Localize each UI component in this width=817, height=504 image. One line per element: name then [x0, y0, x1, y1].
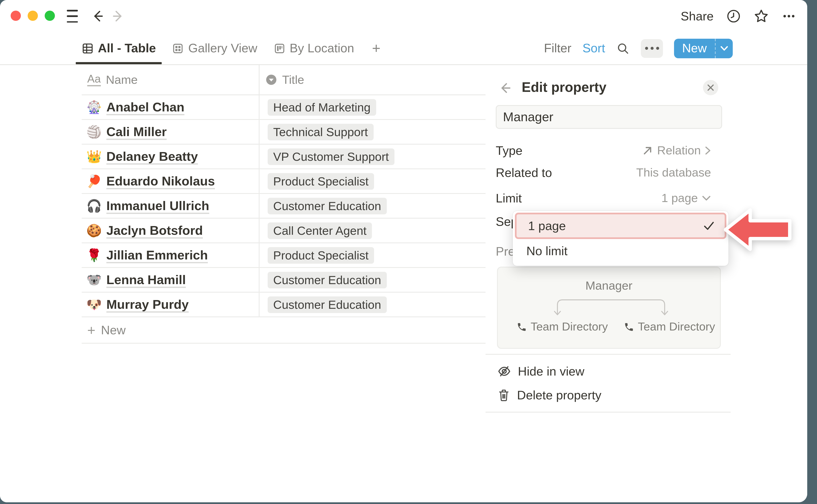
name-cell[interactable]: 🏐 Cali Miller — [82, 120, 259, 144]
name-cell[interactable]: 🎧 Immanuel Ullrich — [82, 194, 259, 218]
preview-child-label: Team Directory — [531, 320, 608, 333]
window-zoom-button[interactable] — [45, 11, 55, 21]
phone-icon — [624, 322, 634, 332]
relation-preview-card: Manager Team Directory Team Dire — [497, 267, 721, 349]
title-cell[interactable]: Customer Education — [259, 194, 486, 218]
annotation-arrow-left — [718, 202, 795, 255]
filter-button[interactable]: Filter — [544, 41, 572, 55]
row-emoji-icon: 👑 — [86, 150, 102, 163]
row-name-link[interactable]: Delaney Beatty — [106, 149, 198, 164]
app-window: Share — [0, 0, 807, 502]
title-tag: Product Specialist — [268, 173, 374, 189]
tab-by-location[interactable]: By Location — [273, 32, 354, 64]
star-icon[interactable] — [754, 9, 769, 24]
title-tag: Call Center Agent — [268, 222, 372, 239]
eye-off-icon — [498, 364, 511, 378]
row-name-link[interactable]: Immanuel Ullrich — [106, 199, 209, 213]
option-label: No limit — [526, 244, 568, 258]
title-tag: Technical Support — [268, 124, 373, 140]
preview-child-page: Team Directory — [517, 320, 608, 333]
property-row-limit[interactable]: Limit 1 page — [496, 189, 711, 208]
window-minimize-button[interactable] — [28, 11, 38, 21]
title-tag: VP Customer Support — [268, 148, 394, 165]
forward-icon[interactable] — [111, 9, 125, 23]
row-emoji-icon: 🎧 — [86, 200, 102, 212]
relation-arrow-icon — [642, 145, 653, 156]
title-tag: Head of Marketing — [268, 99, 376, 115]
title-cell[interactable]: VP Customer Support — [259, 145, 486, 168]
title-cell[interactable]: Product Specialist — [259, 243, 486, 267]
property-name-input[interactable]: Manager — [496, 105, 722, 129]
new-row-button[interactable]: + New — [82, 317, 486, 344]
more-options-icon[interactable] — [641, 39, 663, 58]
database-controls: Filter Sort New — [544, 32, 733, 64]
column-header-title[interactable]: Title — [259, 65, 486, 94]
title-cell[interactable]: Product Specialist — [259, 169, 486, 193]
board-view-icon — [273, 42, 285, 54]
table-row: 🌹 Jillian Emmerich Product Specialist — [82, 243, 486, 268]
name-cell[interactable]: 🐨 Lenna Hamill — [82, 268, 259, 292]
new-button[interactable]: New — [674, 38, 733, 58]
row-name-link[interactable]: Cali Miller — [106, 125, 167, 139]
panel-back-icon[interactable] — [498, 81, 512, 95]
share-button[interactable]: Share — [681, 9, 714, 23]
name-cell[interactable]: 👑 Delaney Beatty — [82, 145, 259, 168]
plus-icon: + — [87, 323, 95, 337]
title-tag: Customer Education — [268, 272, 386, 288]
clock-icon[interactable] — [726, 9, 741, 23]
search-icon[interactable] — [616, 41, 630, 55]
row-name-link[interactable]: Anabel Chan — [106, 100, 184, 114]
tab-label: All - Table — [98, 41, 156, 55]
column-header-name[interactable]: Aa Name — [82, 65, 259, 94]
name-cell[interactable]: 🍪 Jaclyn Botsford — [82, 219, 259, 242]
row-name-link[interactable]: Jaclyn Botsford — [106, 223, 203, 238]
back-icon[interactable] — [91, 9, 105, 23]
title-cell[interactable]: Call Center Agent — [259, 219, 486, 242]
property-row-related-to[interactable]: Related to This database — [496, 163, 711, 182]
panel-section-divider — [486, 412, 731, 413]
new-row-label: New — [101, 323, 126, 337]
limit-dropdown-menu: 1 page No limit — [513, 211, 729, 266]
window-controls — [11, 11, 55, 21]
row-emoji-icon: 🏓 — [86, 175, 102, 187]
panel-section-divider — [486, 354, 731, 355]
tab-all-table[interactable]: All - Table — [82, 32, 156, 64]
row-name-link[interactable]: Lenna Hamill — [106, 273, 186, 287]
property-value: Relation — [657, 144, 701, 157]
name-cell[interactable]: 🌹 Jillian Emmerich — [82, 243, 259, 267]
title-cell[interactable]: Customer Education — [259, 268, 486, 292]
dropdown-option-no-limit[interactable]: No limit — [515, 239, 726, 263]
close-icon[interactable] — [703, 80, 718, 95]
delete-property-button[interactable]: Delete property — [498, 387, 602, 404]
add-view-icon[interactable]: + — [372, 40, 380, 57]
more-icon[interactable] — [782, 9, 796, 23]
row-name-link[interactable]: Jillian Emmerich — [106, 248, 208, 262]
row-name-link[interactable]: Murray Purdy — [106, 297, 189, 312]
row-emoji-icon: 🐨 — [86, 274, 102, 286]
window-close-button[interactable] — [11, 11, 21, 21]
title-cell[interactable]: Technical Support — [259, 120, 486, 144]
tab-gallery-view[interactable]: Gallery View — [172, 32, 257, 64]
hide-in-view-button[interactable]: Hide in view — [498, 363, 585, 380]
table-row: 🍪 Jaclyn Botsford Call Center Agent — [82, 219, 486, 243]
row-emoji-icon: 🍪 — [86, 224, 102, 237]
property-value: This database — [636, 166, 711, 179]
tab-label: Gallery View — [188, 41, 257, 55]
hamburger-menu-icon[interactable] — [67, 10, 78, 23]
dropdown-option-1-page[interactable]: 1 page — [515, 213, 726, 239]
name-cell[interactable]: 🏓 Eduardo Nikolaus — [82, 169, 259, 193]
name-cell[interactable]: 🎡 Anabel Chan — [82, 95, 259, 119]
property-label: Type — [496, 144, 523, 158]
table-header-row: Aa Name Title — [82, 65, 486, 95]
view-tabs: All - Table Gallery View By Locatio — [82, 32, 380, 64]
property-row-type[interactable]: Type Relation — [496, 141, 711, 160]
sort-button[interactable]: Sort — [583, 41, 605, 55]
title-tag: Customer Education — [268, 198, 386, 214]
table-row: 🏐 Cali Miller Technical Support — [82, 120, 486, 145]
name-cell[interactable]: 🐶 Murray Purdy — [82, 293, 259, 316]
screen: Share — [0, 0, 817, 504]
row-name-link[interactable]: Eduardo Nikolaus — [106, 174, 215, 188]
title-cell[interactable]: Head of Marketing — [259, 95, 486, 119]
new-dropdown-chevron-icon[interactable] — [715, 38, 733, 58]
title-cell[interactable]: Customer Education — [259, 293, 486, 316]
